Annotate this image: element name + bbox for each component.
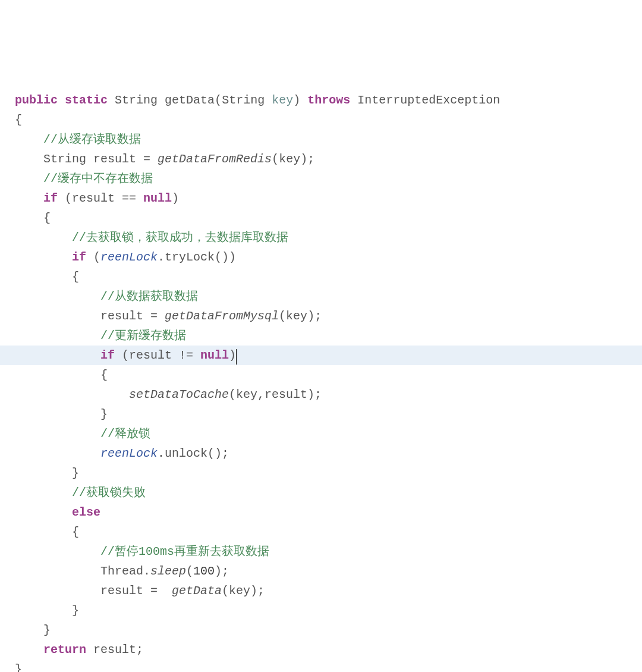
- arg: key: [286, 309, 307, 323]
- brace: {: [72, 525, 79, 539]
- kw-public: public: [15, 93, 58, 107]
- call: .unlock();: [158, 447, 229, 460]
- comment: //缓存中不存在数据: [43, 172, 153, 186]
- code-block: public static String getData(String key)…: [15, 90, 627, 672]
- method-call: getData: [172, 584, 222, 598]
- field-ref: reenLock: [100, 250, 158, 264]
- brace: {: [100, 368, 108, 382]
- kw-return: return: [43, 643, 86, 657]
- kw-static: static: [65, 93, 108, 107]
- method-call: sleep: [150, 564, 186, 578]
- assign: =: [136, 152, 158, 166]
- comment: //去获取锁，获取成功，去数据库取数据: [72, 231, 288, 244]
- exception-type: InterruptedException: [357, 93, 500, 107]
- kw-if: if: [72, 250, 86, 264]
- cond: result: [72, 191, 122, 205]
- brace: {: [72, 270, 79, 284]
- return-val: result;: [86, 643, 143, 657]
- highlighted-line: if (result != null): [0, 346, 642, 365]
- param-name: key: [272, 93, 293, 107]
- comment: //更新缓存数据: [100, 329, 186, 343]
- kw-null: null: [193, 348, 229, 362]
- class-ref: Thread.: [100, 564, 150, 578]
- brace: {: [15, 113, 22, 127]
- comment: //获取锁失败: [72, 486, 146, 500]
- op: ==: [122, 191, 136, 205]
- param-type: String: [222, 93, 265, 107]
- brace: }: [15, 662, 22, 672]
- kw-if: if: [43, 191, 58, 205]
- assign: result =: [100, 309, 165, 323]
- kw-null: null: [136, 191, 172, 205]
- comment: //从缓存读取数据: [43, 133, 141, 146]
- kw-if: if: [100, 348, 115, 362]
- kw-else: else: [72, 505, 100, 519]
- comment: //释放锁: [100, 427, 150, 441]
- arg: key: [229, 584, 250, 598]
- method-call: setDataToCache: [129, 388, 229, 401]
- method-call: getDataFromRedis: [158, 152, 272, 166]
- brace: }: [72, 604, 79, 617]
- number: 100: [193, 564, 215, 578]
- call: .tryLock()): [158, 250, 236, 264]
- kw-throws: throws: [307, 93, 350, 107]
- brace: }: [72, 466, 79, 480]
- arg: key: [279, 152, 300, 166]
- var-type: String: [43, 152, 86, 166]
- brace: }: [100, 407, 108, 421]
- args: (key,result);: [229, 388, 322, 401]
- assign: result =: [100, 584, 172, 598]
- var-name: result: [93, 152, 136, 166]
- text-cursor: [236, 349, 237, 365]
- field-ref: reenLock: [100, 447, 158, 460]
- brace: }: [43, 623, 51, 637]
- op: !=: [179, 348, 193, 362]
- cond: result: [129, 348, 179, 362]
- comment: //暂停100ms再重新去获取数据: [100, 545, 269, 558]
- brace: {: [43, 211, 51, 225]
- return-type: String: [115, 93, 158, 107]
- method-name: getData: [165, 93, 215, 107]
- method-call: getDataFromMysql: [165, 309, 279, 323]
- comment: //从数据获取数据: [100, 290, 198, 303]
